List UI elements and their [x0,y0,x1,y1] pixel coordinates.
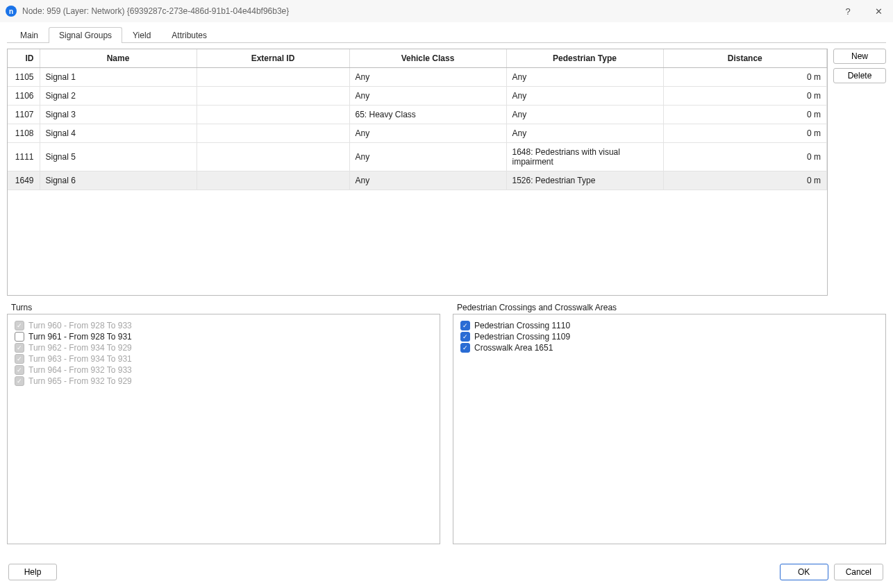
table-cell[interactable]: Any [506,106,663,124]
table-cell[interactable]: 1526: Pedestrian Type [506,171,663,190]
crossing-item-label: Pedestrian Crossing 1109 [474,332,570,342]
table-cell[interactable] [197,68,349,87]
app-icon: n [6,6,17,17]
checkbox-icon [15,343,24,353]
crossings-label: Pedestrian Crossings and Crosswalk Areas [453,303,886,312]
turn-item-label: Turn 960 - From 928 To 933 [28,321,132,330]
turn-item-label: Turn 964 - From 932 To 933 [28,365,132,375]
turn-item: Turn 965 - From 932 To 929 [15,376,433,387]
tab-signal-groups[interactable]: Signal Groups [49,27,122,43]
table-cell[interactable]: Any [349,68,506,87]
table-cell[interactable] [197,87,349,106]
table-row[interactable]: 1111Signal 5Any1648: Pedestrians with vi… [8,143,827,171]
table-cell[interactable]: 0 m [663,87,827,106]
table-cell[interactable]: 0 m [663,68,827,87]
crossing-item-label: Crosswalk Area 1651 [474,343,553,353]
table-cell[interactable]: 1111 [8,143,40,171]
checkbox-icon[interactable] [460,321,470,330]
table-cell[interactable]: 1106 [8,87,40,106]
tabs: MainSignal GroupsYieldAttributes [7,26,886,43]
table-cell[interactable]: Signal 1 [40,68,197,87]
crossing-item-label: Pedestrian Crossing 1110 [474,321,570,330]
dialog-footer: Help OK Cancel [0,556,893,588]
table-cell[interactable] [197,171,349,190]
delete-button[interactable]: Delete [833,68,886,83]
table-cell[interactable]: Signal 5 [40,143,197,171]
table-row[interactable]: 1649Signal 6Any1526: Pedestrian Type0 m [8,171,827,190]
table-cell[interactable]: 1105 [8,68,40,87]
table-row[interactable]: 1107Signal 365: Heavy ClassAny0 m [8,106,827,124]
column-header[interactable]: Pedestrian Type [506,49,663,68]
checkbox-icon [15,321,24,330]
table-cell[interactable]: Any [349,143,506,171]
table-cell[interactable]: 65: Heavy Class [349,106,506,124]
table-cell[interactable] [197,124,349,143]
turn-item: Turn 963 - From 934 To 931 [15,353,433,364]
table-cell[interactable]: 1108 [8,124,40,143]
turn-item: Turn 964 - From 932 To 933 [15,364,433,376]
table-cell[interactable]: 0 m [663,143,827,171]
table-row[interactable]: 1108Signal 4AnyAny0 m [8,124,827,143]
tab-attributes[interactable]: Attributes [161,27,217,43]
turns-label: Turns [7,303,440,312]
column-header[interactable]: Name [40,49,197,68]
checkbox-icon[interactable] [15,332,24,342]
help-button[interactable]: Help [8,564,57,580]
turn-item-label: Turn 965 - From 932 To 929 [28,376,132,386]
table-cell[interactable]: 0 m [663,124,827,143]
turn-item[interactable]: Turn 961 - From 928 To 931 [15,331,433,342]
column-header[interactable]: External ID [197,49,349,68]
close-button[interactable]: ✕ [869,6,887,17]
checkbox-icon [15,354,24,364]
column-header[interactable]: Vehicle Class [349,49,506,68]
crossing-item[interactable]: Pedestrian Crossing 1110 [460,320,878,331]
turn-item: Turn 960 - From 928 To 933 [15,320,433,331]
table-row[interactable]: 1106Signal 2AnyAny0 m [8,87,827,106]
checkbox-icon[interactable] [460,343,470,353]
tab-main[interactable]: Main [10,27,49,43]
table-cell[interactable]: 1648: Pedestrians with visual impairment [506,143,663,171]
column-header[interactable]: Distance [663,49,827,68]
turn-item-label: Turn 963 - From 934 To 931 [28,354,132,364]
table-cell[interactable]: Any [506,87,663,106]
column-header[interactable]: ID [8,49,40,68]
signal-groups-table[interactable]: IDNameExternal IDVehicle ClassPedestrian… [7,49,828,296]
table-cell[interactable] [197,106,349,124]
table-cell[interactable]: Signal 2 [40,87,197,106]
table-cell[interactable]: Any [349,124,506,143]
table-cell[interactable]: 0 m [663,171,827,190]
table-cell[interactable]: Signal 6 [40,171,197,190]
new-button[interactable]: New [833,49,886,64]
turn-item-label: Turn 962 - From 934 To 929 [28,343,132,353]
table-cell[interactable]: 1107 [8,106,40,124]
table-cell[interactable]: Signal 4 [40,124,197,143]
tab-yield[interactable]: Yield [122,27,161,43]
crossing-item[interactable]: Crosswalk Area 1651 [460,342,878,353]
table-cell[interactable]: 0 m [663,106,827,124]
turns-list[interactable]: Turn 960 - From 928 To 933Turn 961 - Fro… [7,314,440,544]
checkbox-icon [15,365,24,375]
table-cell[interactable]: Any [349,171,506,190]
table-cell[interactable]: Signal 3 [40,106,197,124]
table-cell[interactable]: 1649 [8,171,40,190]
table-cell[interactable]: Any [349,87,506,106]
checkbox-icon [15,376,24,386]
title-help-button[interactable]: ? [839,6,857,17]
titlebar: n Node: 959 (Layer: Network) {6939287c-2… [0,0,893,22]
table-cell[interactable]: Any [506,124,663,143]
checkbox-icon[interactable] [460,332,470,342]
crossing-item[interactable]: Pedestrian Crossing 1109 [460,331,878,342]
ok-button[interactable]: OK [780,564,828,580]
cancel-button[interactable]: Cancel [834,564,883,580]
window-title: Node: 959 (Layer: Network) {6939287c-273… [22,6,839,16]
turn-item-label: Turn 961 - From 928 To 931 [28,332,132,342]
turn-item: Turn 962 - From 934 To 929 [15,342,433,353]
crossings-list[interactable]: Pedestrian Crossing 1110Pedestrian Cross… [453,314,886,544]
table-cell[interactable] [197,143,349,171]
table-cell[interactable]: Any [506,68,663,87]
table-row[interactable]: 1105Signal 1AnyAny0 m [8,68,827,87]
